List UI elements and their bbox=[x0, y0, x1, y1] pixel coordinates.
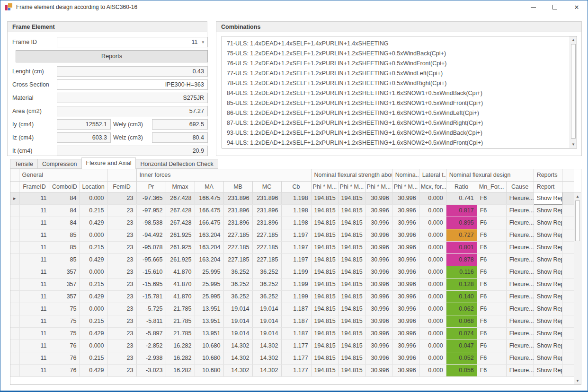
column-header-mb[interactable]: MB bbox=[223, 181, 252, 192]
combination-item[interactable]: 75-ULS: 1.2xDEAD+1.2xSELF+1.2xPURLIN+1.2… bbox=[222, 49, 570, 59]
cell-report[interactable]: Show Rep bbox=[534, 266, 562, 278]
scroll-down-icon[interactable]: ▼ bbox=[570, 141, 577, 148]
combination-item[interactable]: 78-ULS: 1.2xDEAD+1.2xSELF+1.2xPURLIN+1.2… bbox=[222, 78, 570, 88]
cell-mcx: 0.000 bbox=[419, 352, 446, 364]
cell-report[interactable]: Show Rep bbox=[534, 364, 562, 376]
cell-report[interactable]: Show Rep bbox=[534, 327, 562, 340]
column-header-cause[interactable]: Cause bbox=[506, 181, 534, 192]
row-selector[interactable] bbox=[10, 352, 19, 364]
cell-report[interactable]: Show Rep bbox=[534, 315, 562, 327]
cell-combo_id: 85 bbox=[50, 253, 80, 266]
combination-item[interactable]: 87-ULS: 1.2xDEAD+1.2xSELF+1.2xPURLIN+1.2… bbox=[222, 118, 570, 128]
column-header-phi_m1[interactable]: Phi * M... bbox=[311, 181, 338, 192]
cell-phi_m3: 30.996 bbox=[365, 229, 392, 241]
iy-field[interactable]: 12552.1 bbox=[57, 119, 111, 130]
combination-item[interactable]: 77-ULS: 1.2xDEAD+1.2xSELF+1.2xPURLIN+1.2… bbox=[222, 69, 570, 78]
combination-item[interactable]: 71-ULS: 1.4xDEAD+1.4xSELF+1.4xPURLIN+1.4… bbox=[222, 39, 570, 49]
column-header-mcx[interactable]: Mcx, for... bbox=[419, 181, 446, 192]
cell-frame_id: 11 bbox=[19, 364, 50, 376]
column-header-mn_for[interactable]: Mn_For... bbox=[477, 181, 506, 192]
cell-frame_id: 11 bbox=[19, 229, 50, 241]
cell-mmax: 267.428 bbox=[166, 192, 195, 204]
cell-report[interactable]: Show Rep bbox=[534, 217, 562, 229]
cell-cause: Flexure... bbox=[506, 217, 534, 229]
wely-field[interactable]: 692.5 bbox=[152, 119, 208, 130]
column-header-ma[interactable]: MA bbox=[195, 181, 223, 192]
row-selector[interactable] bbox=[10, 364, 19, 376]
combinations-scrollbar[interactable]: ▲ ▼ bbox=[570, 36, 577, 148]
tab-compression[interactable]: Compression bbox=[38, 159, 82, 169]
column-header-pr[interactable]: Pr bbox=[136, 181, 166, 192]
row-selector[interactable] bbox=[10, 204, 19, 217]
column-header-frame_id[interactable]: FrameID bbox=[19, 181, 50, 192]
tab-tensile[interactable]: Tensile bbox=[10, 159, 38, 169]
title-bar: Frame element design according to AISC36… bbox=[0, 0, 588, 14]
column-header-mmax[interactable]: Mmax bbox=[166, 181, 195, 192]
row-selector[interactable] bbox=[10, 315, 19, 327]
cell-report[interactable]: Show Rep bbox=[534, 340, 562, 352]
reports-button[interactable]: Reports bbox=[16, 50, 208, 62]
frame-id-combobox[interactable]: 11 ▾ bbox=[57, 37, 208, 47]
column-header-combo_id[interactable]: ComboID bbox=[50, 181, 80, 192]
scroll-down-icon[interactable]: ▼ bbox=[574, 377, 581, 384]
combination-item[interactable]: 85-ULS: 1.2xDEAD+1.2xSELF+1.2xPURLIN+1.2… bbox=[222, 98, 570, 108]
cell-report[interactable]: Show Rep bbox=[534, 229, 562, 241]
grid-scrollbar[interactable]: ▲ ▼ bbox=[574, 169, 581, 384]
welz-field[interactable]: 80.4 bbox=[152, 132, 208, 143]
scroll-up-icon[interactable]: ▲ bbox=[574, 193, 581, 200]
row-selector[interactable] bbox=[10, 340, 19, 352]
combination-item[interactable]: 94-ULS: 1.2xDEAD+1.2xSELF+1.2xPURLIN+1.2… bbox=[222, 138, 570, 148]
material-field[interactable]: S275JR bbox=[57, 93, 208, 103]
column-header-phi_m3[interactable]: Phi * M... bbox=[365, 181, 392, 192]
tab-flexure-and-axial[interactable]: Flexure and Axial bbox=[81, 157, 136, 169]
cell-report[interactable]: Show Rep bbox=[534, 204, 562, 217]
combination-item[interactable]: 76-ULS: 1.2xDEAD+1.2xSELF+1.2xPURLIN+1.2… bbox=[222, 59, 570, 69]
row-selector[interactable] bbox=[10, 290, 19, 303]
scrollbar-thumb[interactable] bbox=[571, 44, 576, 139]
cell-fem_id: 23 bbox=[107, 266, 136, 278]
cell-report[interactable]: Show Rep bbox=[534, 352, 562, 364]
row-selector[interactable] bbox=[10, 241, 19, 253]
close-button[interactable]: ✕ bbox=[566, 0, 588, 14]
column-header-report[interactable]: Report bbox=[534, 181, 562, 192]
chevron-down-icon[interactable]: ▾ bbox=[202, 40, 204, 44]
cell-ratio: 0.062 bbox=[446, 303, 477, 315]
row-selector[interactable] bbox=[10, 253, 19, 266]
iz-field[interactable]: 603.3 bbox=[57, 132, 111, 143]
row-selector[interactable] bbox=[10, 327, 19, 340]
cell-report[interactable]: Show Rep bbox=[534, 303, 562, 315]
scrollbar-thumb[interactable] bbox=[575, 200, 580, 241]
area-field[interactable]: 57.27 bbox=[57, 106, 208, 116]
column-header-cb[interactable]: Cb bbox=[281, 181, 311, 192]
length-field[interactable]: 0.43 bbox=[57, 66, 208, 77]
column-header-phi_m2[interactable]: Phi * M... bbox=[338, 181, 365, 192]
column-header-mc[interactable]: MC bbox=[252, 181, 281, 192]
combination-item[interactable]: 84-ULS: 1.2xDEAD+1.2xSELF+1.2xPURLIN+1.2… bbox=[222, 88, 570, 98]
column-header-ratio[interactable]: Ratio bbox=[446, 181, 477, 192]
cell-report[interactable]: Show Rep bbox=[534, 253, 562, 266]
row-selector[interactable] bbox=[10, 266, 19, 278]
row-selector[interactable] bbox=[10, 303, 19, 315]
column-header-fem_id[interactable]: FemID bbox=[107, 181, 136, 192]
cell-report[interactable]: Show Rep bbox=[534, 241, 562, 253]
column-header-location[interactable]: Location bbox=[80, 181, 107, 192]
combination-item[interactable]: 93-ULS: 1.2xDEAD+1.2xSELF+1.2xPURLIN+1.2… bbox=[222, 128, 570, 138]
cell-pr: -94.492 bbox=[136, 229, 166, 241]
combination-item[interactable]: 86-ULS: 1.2xDEAD+1.2xSELF+1.2xPURLIN+1.2… bbox=[222, 108, 570, 118]
cell-report[interactable]: Show Rep bbox=[534, 278, 562, 290]
row-selector[interactable] bbox=[10, 229, 19, 241]
cross-section-field[interactable]: IPE300-H=363 bbox=[57, 79, 208, 90]
column-header-phi_m4[interactable]: Phi * M... bbox=[392, 181, 419, 192]
row-selector-current[interactable]: ▸ bbox=[10, 192, 19, 204]
minimize-button[interactable] bbox=[522, 0, 544, 14]
row-selector[interactable] bbox=[10, 217, 19, 229]
tab-horizontal-deflection-check[interactable]: Horizontal Deflection Check bbox=[136, 159, 218, 169]
scroll-up-icon[interactable]: ▲ bbox=[570, 36, 577, 44]
maximize-button[interactable] bbox=[544, 0, 566, 14]
window-title: Frame element design according to AISC36… bbox=[16, 4, 137, 10]
cell-report[interactable]: Show Rep bbox=[534, 192, 562, 204]
row-selector[interactable] bbox=[10, 278, 19, 290]
it-field[interactable]: 20.9 bbox=[57, 146, 208, 156]
cell-report[interactable]: Show Rep bbox=[534, 290, 562, 303]
cell-phi_m1: 194.815 bbox=[311, 315, 338, 327]
